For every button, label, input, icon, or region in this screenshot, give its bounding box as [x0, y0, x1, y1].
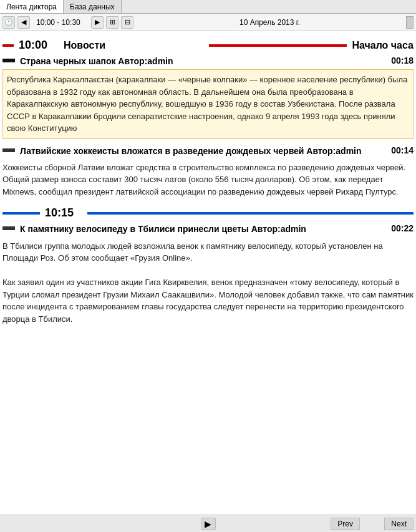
news-duration-1: 00:18 — [391, 56, 414, 65]
news-body-2: Хоккеисты сборной Латвии вложат средства… — [2, 159, 414, 201]
content-area[interactable]: 10:00 Новости Начало часа Страна черных … — [0, 31, 416, 515]
news-duration-3: 00:22 — [391, 223, 414, 233]
news-header-2: Латвийские хоккеисты вложатся в разведен… — [2, 145, 414, 157]
news-title-2: Латвийские хоккеисты вложатся в разведен… — [20, 145, 381, 157]
time-range: 10:00 - 10:30 — [32, 18, 89, 27]
toolbar: 🕐 ◀ 10:00 - 10:30 ▶ ⊞ ⊟ 10 Апрель 2013 г… — [0, 14, 416, 31]
news-header-1: Страна черных шапок Автор:admin 00:18 — [2, 56, 414, 67]
hour-block-1000: 10:00 Новости Начало часа — [2, 39, 414, 52]
hour-block-1015: 10:15 — [2, 206, 414, 220]
news-dash-1 — [2, 59, 15, 62]
hour-suffix-1000: Начало часа — [352, 40, 414, 51]
news-item-2: Латвийские хоккеисты вложатся в разведен… — [2, 145, 414, 201]
news-dash-3 — [2, 226, 15, 230]
news-item-3: К памятнику велосипеду в Тбилиси принесл… — [2, 223, 414, 327]
next-button[interactable]: ▶ — [91, 16, 104, 29]
tab-database[interactable]: База данных — [64, 0, 121, 13]
clock-icon[interactable]: 🕐 — [2, 16, 15, 29]
bottom-nav: ▶ Prev Next — [0, 515, 416, 532]
news-header-3: К памятнику велосипеду в Тбилиси принесл… — [2, 223, 414, 235]
toolbar-date: 10 Апрель 2013 г. — [136, 18, 404, 27]
news-title-1: Страна черных шапок Автор:admin — [20, 56, 381, 67]
extra-icon[interactable]: ⊟ — [121, 16, 133, 29]
news-dash-2 — [2, 148, 15, 152]
grid-icon[interactable]: ⊞ — [106, 16, 119, 29]
news-body-3: В Тбилиси группа молодых людей возложила… — [2, 238, 414, 328]
hour-time-1015: 10:15 — [45, 206, 82, 220]
tab-lenta[interactable]: Лента диктора — [0, 0, 64, 13]
hour-line-right-blue — [87, 212, 414, 215]
news-body-1: Республика Каракалпакстан (каракалпаки —… — [2, 69, 414, 139]
news-title-3: К памятнику велосипеду в Тбилиси принесл… — [20, 223, 381, 235]
hour-line-left-blue — [2, 212, 40, 215]
hour-label-1000: Новости — [61, 40, 204, 51]
hour-line-left-red — [2, 44, 14, 47]
news-item-1: Страна черных шапок Автор:admin 00:18 Ре… — [2, 56, 414, 139]
news-duration-2: 00:14 — [391, 145, 414, 155]
prev-nav-button[interactable]: Prev — [331, 518, 360, 530]
hour-time-1000: 10:00 — [19, 39, 56, 52]
next-nav-button[interactable]: Next — [384, 518, 414, 530]
scroll-indicator — [406, 16, 414, 29]
hour-line-right-red — [209, 44, 347, 47]
play-button[interactable]: ▶ — [201, 518, 216, 530]
title-bar: Лента диктора База данных — [0, 0, 416, 14]
prev-button[interactable]: ◀ — [17, 16, 30, 29]
